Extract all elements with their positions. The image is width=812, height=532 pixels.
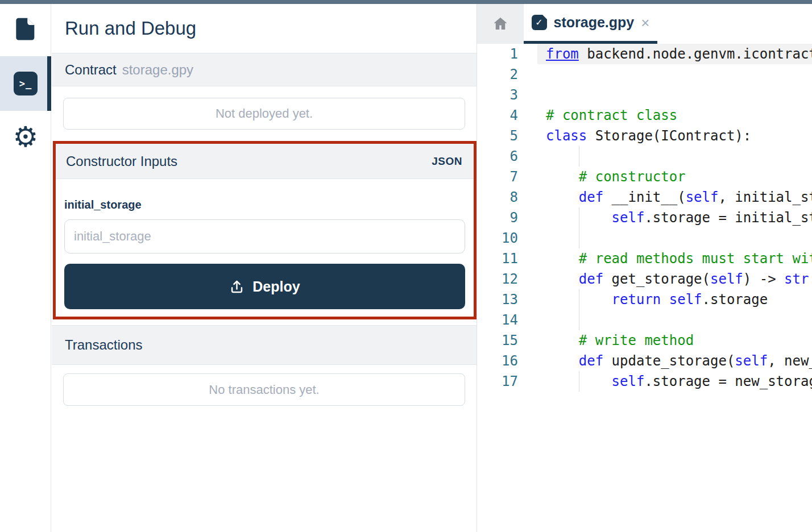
deploy-button[interactable]: Deploy <box>64 264 465 309</box>
editor-pane: ✓ storage.gpy × 1from backend.node.genvm… <box>477 4 812 532</box>
tab-title: storage.gpy <box>554 14 635 31</box>
indent-guide <box>579 289 579 310</box>
home-tab-button[interactable] <box>477 4 524 44</box>
code-line: 15 # write method <box>477 330 812 351</box>
line-number: 5 <box>477 128 537 144</box>
code-line: 12 def get_storage(self) -> str: <box>477 269 812 289</box>
code-line: 4# contract class <box>477 105 812 126</box>
code-line: 1from backend.node.genvm.icontract <box>477 44 812 64</box>
line-number: 15 <box>477 332 537 348</box>
line-number: 2 <box>477 66 537 82</box>
deploy-status-box: Not deployed yet. <box>63 98 465 130</box>
line-number: 10 <box>477 230 537 246</box>
checked-file-icon: ✓ <box>532 15 547 30</box>
page-title: Run and Debug <box>52 4 477 53</box>
run-debug-panel: Run and Debug Contract storage.gpy Not d… <box>52 4 477 532</box>
indent-guide <box>579 207 579 228</box>
indent-guide <box>579 310 579 330</box>
gear-icon: ⚙ <box>13 123 39 151</box>
line-number: 6 <box>477 148 537 164</box>
line-number: 8 <box>477 189 537 205</box>
top-accent-bar <box>0 0 812 4</box>
line-number: 12 <box>477 271 537 287</box>
line-number: 4 <box>477 107 537 123</box>
contract-section-header: Contract storage.gpy <box>52 53 477 86</box>
constructor-inputs-header: Constructor Inputs JSON <box>56 144 474 179</box>
file-icon <box>13 16 39 44</box>
line-number: 3 <box>477 87 537 103</box>
code-line: 16 def update_storage(self, new_s <box>477 351 812 371</box>
line-number: 16 <box>477 353 537 369</box>
initial-storage-input[interactable] <box>64 219 465 253</box>
code-line: 13 return self.storage <box>477 289 812 310</box>
line-number: 7 <box>477 169 537 185</box>
sidebar-item-files[interactable] <box>0 4 51 56</box>
line-number: 13 <box>477 292 537 307</box>
line-number: 14 <box>477 312 537 328</box>
code-line: 10 <box>477 228 812 248</box>
home-icon <box>492 15 509 32</box>
app-window: >_ ⚙ Run and Debug Contract storage.gpy … <box>0 0 812 532</box>
indent-guide <box>579 146 579 167</box>
code-line: 9 self.storage = initial_st <box>477 207 812 228</box>
code-line: 5class Storage(IContract): <box>477 126 812 146</box>
code-line: 3 <box>477 85 812 105</box>
code-line: 11 # read methods must start with <box>477 248 812 269</box>
deploy-status-text: Not deployed yet. <box>216 106 313 121</box>
editor-tab-bar: ✓ storage.gpy × <box>477 4 812 44</box>
indent-guide <box>579 228 579 248</box>
line-number: 1 <box>477 46 537 62</box>
tab-bar-empty-space <box>657 4 812 44</box>
tab-storage-gpy[interactable]: ✓ storage.gpy × <box>524 4 657 44</box>
initial-storage-label: initial_storage <box>64 198 465 211</box>
json-mode-toggle[interactable]: JSON <box>432 155 462 168</box>
contract-filename: storage.gpy <box>122 62 193 78</box>
code-line: 8 def __init__(self, initial_st <box>477 187 812 207</box>
transactions-empty-box: No transactions yet. <box>63 373 465 406</box>
sidebar-item-run-and-debug[interactable]: >_ <box>0 56 51 111</box>
sidebar-item-settings[interactable]: ⚙ <box>0 111 51 163</box>
contract-label: Contract <box>65 62 117 78</box>
code-line: 17 self.storage = new_storage <box>477 371 812 392</box>
upload-icon <box>229 279 245 294</box>
line-number: 17 <box>477 373 537 389</box>
code-line: 7 # constructor <box>477 167 812 187</box>
code-line: 2 <box>477 64 812 85</box>
code-line: 14 <box>477 310 812 330</box>
deploy-button-label: Deploy <box>252 279 300 295</box>
constructor-inputs-title: Constructor Inputs <box>66 153 177 169</box>
transactions-title: Transactions <box>65 337 143 353</box>
constructor-inputs-body: initial_storage Deploy <box>56 179 474 317</box>
indent-guide <box>579 371 579 392</box>
close-icon[interactable]: × <box>641 15 649 30</box>
activity-bar: >_ ⚙ <box>0 4 51 532</box>
code-editor[interactable]: 1from backend.node.genvm.icontract234# c… <box>477 44 812 392</box>
transactions-section-header: Transactions <box>52 325 477 365</box>
constructor-inputs-section: Constructor Inputs JSON initial_storage <box>53 141 477 319</box>
code-line: 6 <box>477 146 812 167</box>
transactions-empty-text: No transactions yet. <box>209 383 319 397</box>
terminal-icon: >_ <box>14 72 38 95</box>
line-number: 11 <box>477 251 537 267</box>
line-number: 9 <box>477 210 537 226</box>
